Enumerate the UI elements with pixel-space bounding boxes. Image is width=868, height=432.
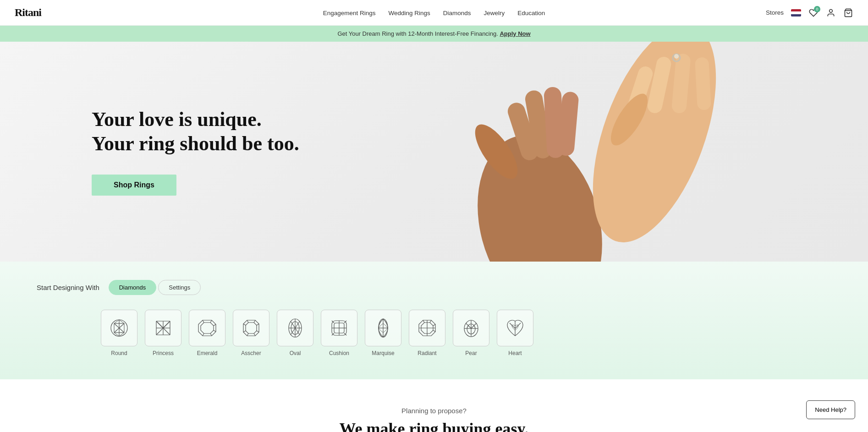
shape-icon-radiant xyxy=(409,310,445,346)
user-icon[interactable] xyxy=(826,8,836,18)
shape-label-asscher: Asscher xyxy=(241,350,261,356)
svg-line-34 xyxy=(203,320,204,323)
shape-icon-oval xyxy=(277,310,313,346)
shape-icon-marquise xyxy=(365,310,401,346)
shape-icon-round xyxy=(101,310,137,346)
svg-line-42 xyxy=(247,320,248,323)
svg-line-83 xyxy=(515,323,521,328)
svg-line-82 xyxy=(510,323,515,328)
navbar: Ritani Engagement Rings Wedding Rings Di… xyxy=(0,0,868,26)
svg-line-45 xyxy=(257,331,259,332)
shape-marquise[interactable]: Marquise xyxy=(365,310,401,356)
nav-education[interactable]: Education xyxy=(517,10,545,16)
svg-line-43 xyxy=(254,320,255,323)
tab-group: Diamonds Settings xyxy=(109,280,201,295)
shape-radiant[interactable]: Radiant xyxy=(409,310,445,356)
help-button[interactable]: Need Help? xyxy=(806,400,855,419)
svg-line-24 xyxy=(119,328,124,333)
svg-line-31 xyxy=(163,321,170,328)
shape-emerald[interactable]: Emerald xyxy=(189,310,225,356)
cart-icon[interactable] xyxy=(843,8,853,18)
hands-illustration xyxy=(425,42,746,262)
propose-subtitle: Planning to propose? xyxy=(37,407,831,415)
svg-line-30 xyxy=(156,321,163,328)
shape-pear[interactable]: Pear xyxy=(453,310,489,356)
design-header: Start Designing With Diamonds Settings xyxy=(37,280,831,295)
diamond-shapes-list: Round Princess xyxy=(101,310,831,356)
svg-line-35 xyxy=(210,320,212,323)
hero-title-line1: Your love is unique. xyxy=(92,108,262,131)
hero-section: Your love is unique. Your ring should be… xyxy=(0,42,868,262)
tab-diamonds[interactable]: Diamonds xyxy=(109,280,157,295)
svg-line-36 xyxy=(214,324,216,326)
shape-label-princess: Princess xyxy=(153,350,174,356)
svg-line-23 xyxy=(114,328,119,333)
nav-jewelry[interactable]: Jewelry xyxy=(484,10,505,16)
country-flag-icon[interactable] xyxy=(791,9,801,16)
promo-cta[interactable]: Apply Now xyxy=(500,30,530,37)
shape-label-marquise: Marquise xyxy=(372,350,394,356)
svg-line-72 xyxy=(430,320,431,323)
promo-text: Get Your Dream Ring with 12-Month Intere… xyxy=(337,30,498,37)
wishlist-icon[interactable]: 0 xyxy=(808,8,819,18)
svg-line-47 xyxy=(247,334,248,336)
wishlist-badge: 0 xyxy=(814,6,820,12)
svg-line-74 xyxy=(433,330,435,332)
shape-icon-emerald xyxy=(189,310,225,346)
svg-line-48 xyxy=(243,324,246,325)
shape-icon-asscher xyxy=(233,310,269,346)
shape-icon-princess xyxy=(145,310,181,346)
svg-rect-12 xyxy=(695,57,711,110)
propose-section: Planning to propose? We make ring buying… xyxy=(0,379,868,432)
nav-wedding-rings[interactable]: Wedding Rings xyxy=(388,10,430,16)
svg-line-44 xyxy=(257,324,259,325)
hands-svg xyxy=(425,42,746,262)
shape-round[interactable]: Round xyxy=(101,310,137,356)
shape-icon-heart xyxy=(497,310,533,346)
shape-asscher[interactable]: Asscher xyxy=(233,310,269,356)
shape-cushion[interactable]: Cushion xyxy=(321,310,357,356)
svg-line-46 xyxy=(254,334,255,336)
stores-link[interactable]: Stores xyxy=(766,9,784,16)
hero-title-line2: Your ring should be too. xyxy=(92,132,299,155)
svg-point-0 xyxy=(830,9,833,12)
shape-princess[interactable]: Princess xyxy=(145,310,181,356)
svg-line-49 xyxy=(243,331,246,332)
shop-rings-button[interactable]: Shop Rings xyxy=(92,175,176,196)
nav-links: Engagement Rings Wedding Rings Diamonds … xyxy=(323,9,545,17)
shape-label-oval: Oval xyxy=(290,350,301,356)
shape-label-cushion: Cushion xyxy=(329,350,349,356)
svg-line-73 xyxy=(433,324,435,326)
propose-title: We make ring buying easy. xyxy=(37,419,831,432)
shape-icon-pear xyxy=(453,310,489,346)
shape-label-radiant: Radiant xyxy=(418,350,436,356)
tab-settings[interactable]: Settings xyxy=(158,280,201,295)
shape-heart[interactable]: Heart xyxy=(497,310,533,356)
promo-banner: Get Your Dream Ring with 12-Month Intere… xyxy=(0,26,868,42)
svg-marker-41 xyxy=(246,323,257,334)
hero-title: Your love is unique. Your ring should be… xyxy=(92,108,299,156)
hero-image xyxy=(304,42,868,262)
nav-engagement-rings[interactable]: Engagement Rings xyxy=(323,10,376,16)
svg-line-37 xyxy=(214,330,216,332)
svg-line-38 xyxy=(210,334,212,336)
shape-label-heart: Heart xyxy=(508,350,522,356)
shape-label-round: Round xyxy=(111,350,127,356)
shape-label-emerald: Emerald xyxy=(197,350,218,356)
brand-logo[interactable]: Ritani xyxy=(15,6,41,19)
shape-label-pear: Pear xyxy=(465,350,477,356)
nav-diamonds[interactable]: Diamonds xyxy=(443,10,471,16)
design-header-text: Start Designing With xyxy=(37,284,99,291)
svg-marker-33 xyxy=(201,323,214,334)
nav-right: Stores 0 xyxy=(766,8,853,18)
svg-line-39 xyxy=(203,334,204,336)
shape-oval[interactable]: Oval xyxy=(277,310,313,356)
svg-point-15 xyxy=(674,54,679,59)
svg-line-71 xyxy=(423,320,424,323)
hero-content: Your love is unique. Your ring should be… xyxy=(0,108,299,196)
svg-line-22 xyxy=(119,323,124,328)
shape-icon-cushion xyxy=(321,310,357,346)
design-section: Start Designing With Diamonds Settings R… xyxy=(0,262,868,379)
svg-line-21 xyxy=(114,323,119,328)
